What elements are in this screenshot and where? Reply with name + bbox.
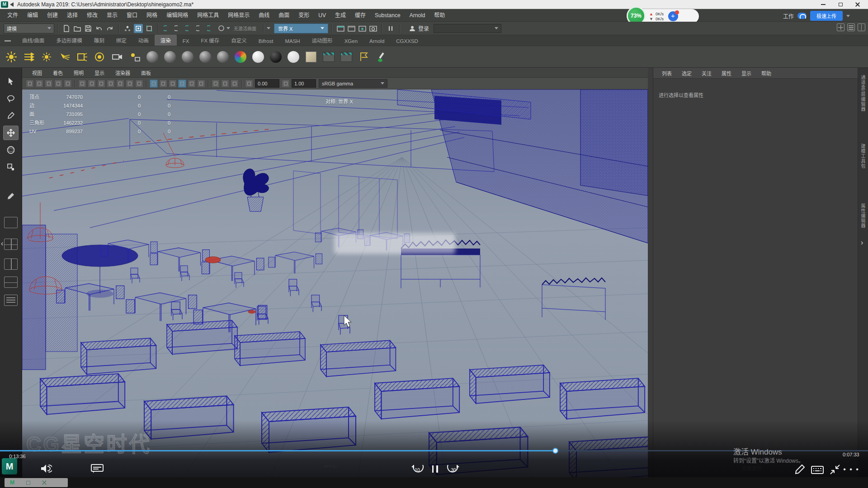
scale-tool[interactable] <box>3 160 19 174</box>
area-light-button[interactable] <box>74 49 90 65</box>
camera-button[interactable] <box>109 49 125 65</box>
shelf-tab-fx-caching[interactable]: FX 缓存 <box>195 35 225 46</box>
exposure-toggle-icon[interactable] <box>245 80 253 88</box>
shelf-tab-mash[interactable]: MASH <box>279 37 306 46</box>
directional-light-button[interactable] <box>21 49 37 65</box>
film-gate-icon[interactable] <box>88 80 96 88</box>
sidebar-tab-modeling-toolkit[interactable]: 建模工具包 <box>859 144 866 169</box>
symmetry-selector[interactable]: 世界 X <box>274 23 328 33</box>
shelf-tab-rigging[interactable]: 绑定 <box>110 35 132 46</box>
lasso-tool[interactable] <box>3 91 19 106</box>
collapse-left-panel-icon[interactable]: ‹ <box>1 239 3 248</box>
volume-button[interactable] <box>40 463 52 474</box>
paint-effects-button[interactable] <box>374 49 389 65</box>
isolate-select-icon[interactable] <box>212 80 220 88</box>
taskbar-app-tab[interactable]: M <box>5 478 68 487</box>
view-transform-dropdown[interactable]: sRGB gamma <box>319 79 387 88</box>
open-scene-button[interactable] <box>73 24 82 33</box>
fast-upload-button[interactable]: 极速上传 <box>810 11 843 21</box>
menu-edit[interactable]: 编辑 <box>23 9 42 22</box>
menu-select[interactable]: 选择 <box>62 9 82 22</box>
snap-projected-center-button[interactable] <box>195 24 204 33</box>
ipr-frame-button[interactable] <box>339 49 354 65</box>
grid-toggle-icon[interactable] <box>78 80 86 88</box>
player-progress-knob[interactable] <box>552 448 558 454</box>
maximize-button[interactable] <box>832 0 849 9</box>
shelf-tab-sculpting[interactable]: 雕刻 <box>88 35 110 46</box>
layout-two-pane-button[interactable] <box>4 258 18 270</box>
keyboard-button[interactable] <box>811 465 824 475</box>
xray-joints-icon[interactable] <box>231 80 239 88</box>
layout-single-pane-button[interactable] <box>4 217 18 228</box>
ipr-render-button[interactable] <box>358 24 367 33</box>
snap-point-button[interactable] <box>184 24 193 33</box>
subtitle-button[interactable] <box>90 463 104 474</box>
rewind-10-button[interactable]: 10 <box>409 462 425 476</box>
menu-surfaces[interactable]: 曲面 <box>274 9 294 22</box>
gamma-field[interactable]: 1.00 <box>292 79 316 88</box>
snap-view-plane-button[interactable] <box>206 24 215 33</box>
make-live-button[interactable] <box>217 24 226 33</box>
lock-camera-icon[interactable] <box>35 80 43 88</box>
chevron-down-icon[interactable] <box>267 27 270 29</box>
viewport-menu-show[interactable]: 显示 <box>89 69 110 76</box>
menu-deform[interactable]: 变形 <box>294 9 314 22</box>
menu-windows[interactable]: 窗口 <box>122 9 142 22</box>
shelf-tab-curves-surfaces[interactable]: 曲线/曲面 <box>16 35 50 46</box>
back-arrow-icon[interactable] <box>10 2 14 7</box>
shelf-tab-poly-modeling[interactable]: 多边形建模 <box>50 35 88 46</box>
file-texture-button[interactable] <box>303 49 319 65</box>
pause-button[interactable] <box>429 464 440 474</box>
shaded-mode-icon[interactable] <box>159 80 167 88</box>
use-background-shader-button[interactable] <box>286 49 301 65</box>
shelf-tab-animation[interactable]: 动画 <box>132 35 155 46</box>
ae-menu-help[interactable]: 帮助 <box>756 70 776 77</box>
redo-button[interactable] <box>105 24 114 33</box>
bookmark-icon[interactable] <box>54 80 62 88</box>
shelf-tab-arnold[interactable]: Arnold <box>363 37 390 46</box>
menu-mesh[interactable]: 网格 <box>142 9 162 22</box>
render-current-frame-button[interactable] <box>347 24 356 33</box>
shelf-tab-rendering[interactable]: 渲染 <box>155 35 177 46</box>
shelf-tab-cgxxsd[interactable]: CGXXSD <box>390 37 424 46</box>
attribute-editor-toggle-icon[interactable] <box>847 23 855 31</box>
surface-shader-white-button[interactable] <box>250 49 266 65</box>
menu-arnold[interactable]: Arnold <box>405 9 430 22</box>
menu-create[interactable]: 创建 <box>42 9 62 22</box>
gate-mask-icon[interactable] <box>107 80 115 88</box>
layout-four-pane-button[interactable] <box>4 239 18 250</box>
blinn-material-button[interactable] <box>162 49 178 65</box>
wireframe-on-shaded-icon[interactable] <box>178 80 186 88</box>
save-scene-button[interactable] <box>84 24 93 33</box>
viewport-menu-lighting[interactable]: 照明 <box>68 69 89 76</box>
snap-grid-button[interactable] <box>162 24 171 33</box>
ae-menu-selected[interactable]: 选定 <box>677 70 697 77</box>
menu-display[interactable]: 显示 <box>102 9 122 22</box>
viewport-menu-shading[interactable]: 着色 <box>47 69 68 76</box>
ae-menu-list[interactable]: 列表 <box>657 70 677 77</box>
safe-action-icon[interactable] <box>126 80 134 88</box>
minimize-button[interactable] <box>815 0 832 9</box>
lambert-material-button[interactable] <box>180 49 195 65</box>
spot-light-button[interactable] <box>57 49 72 65</box>
select-component-button[interactable] <box>145 24 154 33</box>
ramp-shader-button[interactable] <box>233 49 248 65</box>
tool-settings-toggle-icon[interactable] <box>858 23 865 31</box>
ae-menu-show[interactable]: 显示 <box>736 70 756 77</box>
rotate-tool[interactable] <box>3 143 19 157</box>
sign-in-area[interactable]: 登录 <box>409 24 429 32</box>
field-chart-icon[interactable] <box>116 80 124 88</box>
volume-light-button[interactable] <box>92 49 107 65</box>
layout-split-horizontal-button[interactable] <box>4 277 18 288</box>
gamma-toggle-icon[interactable] <box>282 80 290 88</box>
menu-mesh-display[interactable]: 网格显示 <box>223 9 254 22</box>
image-plane-icon[interactable] <box>64 80 72 88</box>
pause-viewport-button[interactable] <box>386 24 395 33</box>
select-hierarchy-button[interactable] <box>123 24 132 33</box>
shadows-icon[interactable] <box>197 80 205 88</box>
render-view-button[interactable] <box>336 24 345 33</box>
move-tool[interactable] <box>3 126 19 140</box>
exposure-field[interactable]: 0.00 <box>255 79 279 88</box>
close-tab-icon[interactable] <box>42 480 47 485</box>
shelf-menu-icon[interactable] <box>5 40 11 42</box>
